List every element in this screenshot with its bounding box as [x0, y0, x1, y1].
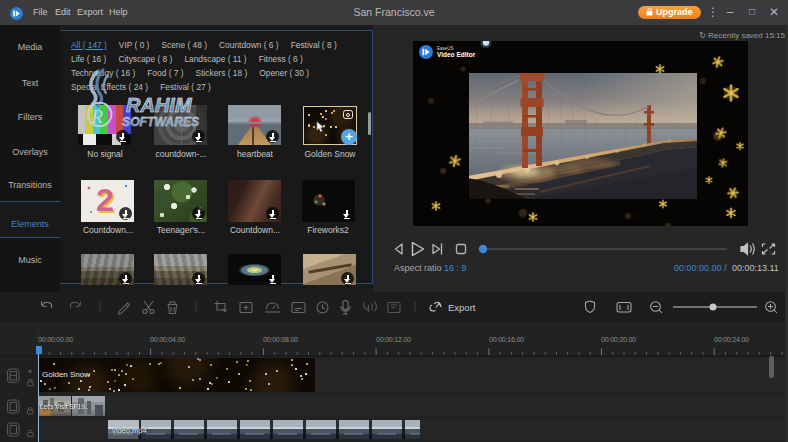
svg-text:SOFTWARES: SOFTWARES [122, 115, 199, 129]
svg-text:RAHIM: RAHIM [126, 94, 193, 116]
svg-text:R: R [91, 106, 104, 127]
svg-text:Export: Export [448, 302, 476, 313]
